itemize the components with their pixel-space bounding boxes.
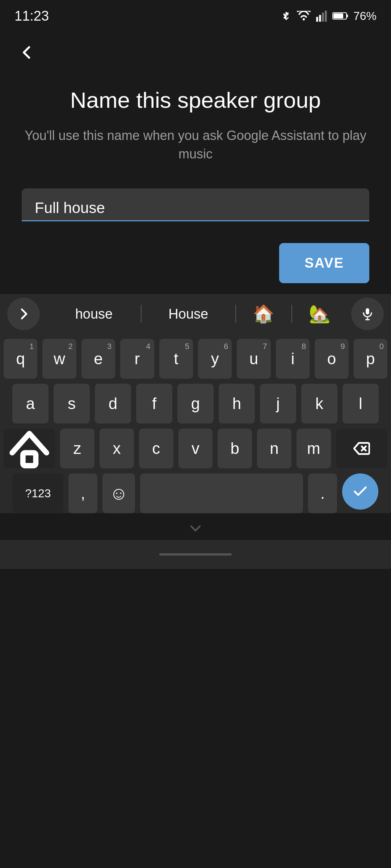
microphone-button[interactable] bbox=[351, 298, 384, 330]
svg-rect-12 bbox=[346, 14, 348, 17]
status-time: 11:23 bbox=[14, 8, 49, 24]
key-v[interactable]: v bbox=[178, 429, 213, 468]
page-subtitle: You'll use this name when you ask Google… bbox=[22, 127, 369, 163]
save-button-container: SAVE bbox=[0, 243, 391, 283]
autocomplete-bar: house House 🏠 🏡 bbox=[0, 294, 391, 334]
key-t[interactable]: 5t bbox=[159, 339, 193, 379]
key-o[interactable]: 9o bbox=[315, 339, 348, 379]
page-title: Name this speaker group bbox=[22, 87, 369, 114]
svg-point-6 bbox=[303, 18, 305, 20]
svg-rect-17 bbox=[23, 453, 36, 466]
key-u[interactable]: 7u bbox=[237, 339, 270, 379]
signal-icon bbox=[316, 10, 327, 22]
key-h[interactable]: h bbox=[219, 384, 255, 424]
key-num-switch[interactable]: ?123 bbox=[13, 473, 63, 513]
speaker-group-name-input[interactable] bbox=[35, 199, 356, 217]
bluetooth-icon bbox=[280, 10, 292, 22]
key-q[interactable]: 1q bbox=[4, 339, 37, 379]
svg-rect-9 bbox=[322, 13, 324, 22]
speaker-group-name-input-container bbox=[22, 188, 369, 221]
battery-percent: 76% bbox=[353, 9, 377, 23]
save-button[interactable]: SAVE bbox=[279, 243, 369, 283]
key-x[interactable]: x bbox=[100, 429, 134, 468]
key-b[interactable]: b bbox=[218, 429, 252, 468]
keyboard-row-4: ?123 , ☺ . bbox=[4, 473, 387, 513]
keyboard-row-2: a s d f g h j k l bbox=[4, 384, 387, 424]
key-emoji[interactable]: ☺ bbox=[102, 473, 135, 513]
keyboard-row-3: z x c v b n m bbox=[4, 429, 387, 468]
keyboard-hide-button[interactable] bbox=[189, 522, 202, 536]
status-bar: 11:23 bbox=[0, 0, 391, 25]
svg-rect-10 bbox=[325, 10, 327, 22]
svg-rect-13 bbox=[333, 13, 343, 18]
autocomplete-emoji-1[interactable]: 🏠 bbox=[236, 304, 291, 324]
key-z[interactable]: z bbox=[60, 429, 94, 468]
home-indicator bbox=[159, 553, 232, 556]
status-icons: 76% bbox=[280, 9, 377, 23]
key-s[interactable]: s bbox=[54, 384, 90, 424]
home-area bbox=[0, 518, 391, 540]
key-j[interactable]: j bbox=[260, 384, 296, 424]
key-g[interactable]: g bbox=[177, 384, 214, 424]
wifi-icon bbox=[297, 11, 311, 21]
key-e[interactable]: 3e bbox=[81, 339, 115, 379]
key-y[interactable]: 6y bbox=[198, 339, 232, 379]
autocomplete-suggestion-2[interactable]: House bbox=[142, 306, 235, 322]
main-content: Name this speaker group You'll use this … bbox=[0, 65, 391, 221]
key-n[interactable]: n bbox=[257, 429, 291, 468]
key-w[interactable]: 2w bbox=[42, 339, 76, 379]
key-f[interactable]: f bbox=[136, 384, 172, 424]
shift-key[interactable] bbox=[4, 429, 55, 468]
key-r[interactable]: 4r bbox=[120, 339, 154, 379]
key-i[interactable]: 8i bbox=[276, 339, 310, 379]
key-enter[interactable] bbox=[342, 473, 378, 510]
key-k[interactable]: k bbox=[301, 384, 337, 424]
key-d[interactable]: d bbox=[95, 384, 131, 424]
key-c[interactable]: c bbox=[139, 429, 173, 468]
key-period[interactable]: . bbox=[308, 473, 337, 513]
autocomplete-expand-button[interactable] bbox=[7, 298, 40, 330]
keyboard: 1q 2w 3e 4r 5t 6y 7u 8i 9o 0p a s d f g … bbox=[0, 334, 391, 513]
bottom-bar bbox=[0, 540, 391, 569]
autocomplete-emoji-2[interactable]: 🏡 bbox=[292, 304, 348, 324]
autocomplete-suggestion-1[interactable]: house bbox=[47, 306, 141, 322]
backspace-key[interactable] bbox=[336, 429, 387, 468]
key-p[interactable]: 0p bbox=[354, 339, 387, 379]
svg-rect-8 bbox=[319, 15, 321, 22]
key-a[interactable]: a bbox=[12, 384, 49, 424]
svg-rect-7 bbox=[316, 17, 318, 22]
svg-rect-14 bbox=[366, 308, 369, 314]
key-space[interactable] bbox=[140, 473, 303, 513]
key-l[interactable]: l bbox=[342, 384, 379, 424]
battery-icon bbox=[332, 12, 348, 20]
keyboard-row-1: 1q 2w 3e 4r 5t 6y 7u 8i 9o 0p bbox=[4, 339, 387, 379]
back-button[interactable] bbox=[14, 40, 40, 65]
key-comma[interactable]: , bbox=[68, 473, 97, 513]
key-m[interactable]: m bbox=[297, 429, 331, 468]
